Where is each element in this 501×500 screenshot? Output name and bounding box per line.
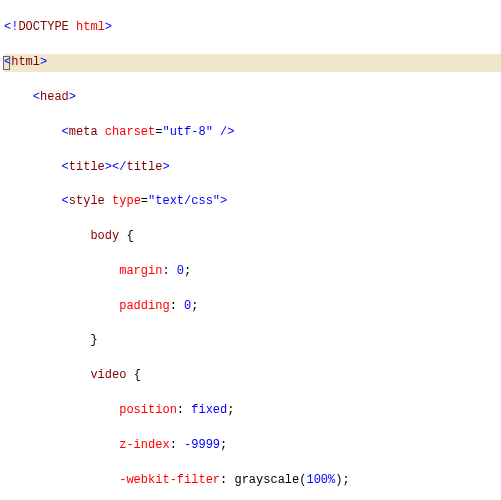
code-line-active: <html> xyxy=(4,54,501,71)
code-line: <meta charset="utf-8" /> xyxy=(4,124,501,141)
code-line: position: fixed; xyxy=(4,402,501,419)
code-line: <title></title> xyxy=(4,159,501,176)
code-line: <style type="text/css"> xyxy=(4,193,501,210)
code-line: -webkit-filter: grayscale(100%); xyxy=(4,472,501,489)
code-line: margin: 0; xyxy=(4,263,501,280)
code-line: } xyxy=(4,332,501,349)
code-line: <!DOCTYPE html> xyxy=(4,19,501,36)
code-line: padding: 0; xyxy=(4,298,501,315)
text-cursor xyxy=(3,56,10,70)
code-line: <head> xyxy=(4,89,501,106)
code-editor[interactable]: <!DOCTYPE html> <html> <head> <meta char… xyxy=(0,0,501,500)
code-line: body { xyxy=(4,228,501,245)
code-line: z-index: -9999; xyxy=(4,437,501,454)
code-line: video { xyxy=(4,367,501,384)
